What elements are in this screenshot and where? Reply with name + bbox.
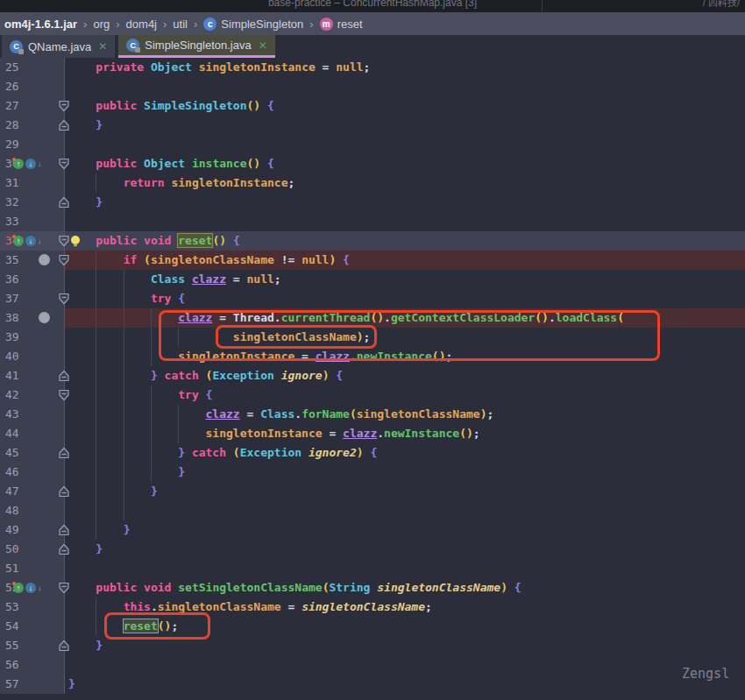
code-text[interactable]: } <box>68 520 130 540</box>
line-number[interactable]: 32 <box>5 193 19 212</box>
fold-icon[interactable] <box>58 196 70 209</box>
line-number[interactable]: 29 <box>5 135 19 154</box>
line-number[interactable]: 57 <box>5 675 19 694</box>
code-text[interactable]: singletonInstance = clazz.newInstance(); <box>68 424 480 443</box>
code-line-30: 30↑↓↓ public Object instance() { <box>0 154 745 173</box>
code-text[interactable]: public void setSingletonClassName(String… <box>68 578 522 597</box>
line-number[interactable]: 37 <box>5 289 19 308</box>
code-text[interactable]: } catch (Exception ignore) { <box>68 366 343 385</box>
line-number[interactable]: 54 <box>5 617 19 636</box>
overridden-icon[interactable]: ↓ <box>25 159 36 169</box>
fold-icon[interactable] <box>58 640 70 652</box>
fold-icon[interactable] <box>58 100 70 112</box>
code-text[interactable]: } <box>68 482 158 501</box>
line-number[interactable]: 46 <box>5 463 19 482</box>
breadcrumb-item-simplesingleton[interactable]: cSimpleSingleton <box>203 18 303 31</box>
code-text[interactable]: this.singletonClassName = singletonClass… <box>68 597 432 617</box>
code-text[interactable]: } <box>68 193 103 212</box>
fold-icon[interactable] <box>58 543 70 555</box>
code-text[interactable]: if (singletonClassName != null) { <box>68 251 350 270</box>
code-text[interactable]: } <box>68 116 103 135</box>
code-text[interactable]: public Object instance() { <box>68 154 274 173</box>
line-number[interactable]: 42 <box>5 385 19 405</box>
code-text[interactable]: } <box>68 463 185 482</box>
fold-icon[interactable] <box>58 254 70 266</box>
code-text[interactable]: try { <box>68 289 185 308</box>
line-number[interactable]: 27 <box>5 96 19 116</box>
line-number[interactable]: 45 <box>5 443 19 463</box>
line-number[interactable]: 31 <box>5 173 19 193</box>
line-number[interactable]: 50 <box>5 540 19 559</box>
line-number[interactable]: 36 <box>5 270 19 289</box>
line-number[interactable]: 49 <box>5 520 19 540</box>
fold-icon[interactable] <box>58 235 70 247</box>
code-line-32: 32 } <box>0 193 745 212</box>
line-number[interactable]: 26 <box>5 77 19 96</box>
breadcrumb-separator: › <box>194 18 197 31</box>
fold-icon[interactable] <box>58 582 70 594</box>
code-text[interactable]: try { <box>68 385 212 405</box>
fold-icon[interactable] <box>58 293 70 305</box>
fold-icon[interactable] <box>58 158 70 170</box>
code-text[interactable]: clazz = Thread.currentThread().getContex… <box>68 308 624 328</box>
line-number[interactable]: 47 <box>5 482 19 501</box>
line-number[interactable]: 55 <box>5 636 19 655</box>
fold-icon[interactable] <box>58 524 70 536</box>
code-text[interactable]: } catch (Exception ignore2) { <box>68 443 377 463</box>
overrides-icon[interactable]: ↑ <box>13 159 24 169</box>
line-number[interactable]: 39 <box>5 328 19 347</box>
fold-icon[interactable] <box>58 389 70 401</box>
tab-simplesingleton-java[interactable]: CSimpleSingleton.java✕ <box>118 35 274 58</box>
code-line-57: 57} <box>0 675 745 694</box>
code-text[interactable]: private Object singletonInstance = null; <box>68 58 370 77</box>
code-text[interactable]: singletonClassName); <box>68 328 370 347</box>
line-number[interactable]: 56 <box>5 655 19 675</box>
close-icon[interactable]: ✕ <box>98 40 107 53</box>
breakpoint-icon[interactable] <box>39 312 50 323</box>
fold-icon[interactable] <box>58 485 70 498</box>
breadcrumb-item-reset[interactable]: mreset <box>320 18 363 31</box>
line-number[interactable]: 25 <box>5 58 19 77</box>
close-icon[interactable]: ✕ <box>259 39 267 52</box>
line-number[interactable]: 48 <box>5 501 19 520</box>
breadcrumb-item-om4j-1-6-1-jar[interactable]: om4j-1.6.1.jar <box>4 18 77 31</box>
fold-icon[interactable] <box>58 370 70 382</box>
code-text[interactable]: Class clazz = null; <box>68 270 281 289</box>
fold-icon[interactable] <box>58 447 70 459</box>
overridden-icon[interactable]: ↓ <box>25 236 36 246</box>
code-text[interactable]: singletonInstance = clazz.newInstance(); <box>68 347 452 366</box>
line-number[interactable]: 43 <box>5 405 19 424</box>
overrides-icon[interactable]: ↑ <box>13 236 24 246</box>
line-number[interactable]: 53 <box>5 597 19 617</box>
code-text[interactable]: clazz = Class.forName(singletonClassName… <box>68 405 493 424</box>
breakpoint-icon[interactable] <box>39 254 50 265</box>
code-line-26: 26 <box>0 77 745 96</box>
overridden-icon[interactable]: ↓ <box>25 583 36 593</box>
fold-icon[interactable] <box>58 119 70 131</box>
gutter-border <box>64 655 65 675</box>
code-line-51: 51 <box>0 559 745 578</box>
breadcrumb-item-dom4j[interactable]: dom4j <box>126 18 157 31</box>
window-title-right: / 四科技/ <box>703 0 740 10</box>
code-text[interactable]: } <box>68 675 75 694</box>
code-line-48: 48 <box>0 501 745 520</box>
code-text[interactable]: } <box>68 636 103 655</box>
code-text[interactable]: public SimpleSingleton() { <box>68 96 274 116</box>
breadcrumb-item-util[interactable]: util <box>173 18 188 31</box>
line-number[interactable]: 28 <box>5 116 19 135</box>
line-number[interactable]: 40 <box>5 347 19 366</box>
line-number[interactable]: 41 <box>5 366 19 385</box>
code-text[interactable]: } <box>68 540 103 559</box>
tab-qname-java[interactable]: CQName.java✕ <box>2 35 115 58</box>
line-number[interactable]: 38 <box>5 308 19 328</box>
line-number[interactable]: 51 <box>5 559 19 578</box>
breadcrumb-item-org[interactable]: org <box>93 18 110 31</box>
code-line-50: 50 } <box>0 540 745 559</box>
line-number[interactable]: 35 <box>5 251 19 270</box>
line-number[interactable]: 33 <box>5 212 19 231</box>
code-text[interactable]: reset(); <box>68 617 178 636</box>
code-text[interactable]: public void reset() { <box>68 231 240 251</box>
overrides-icon[interactable]: ↑ <box>13 583 24 593</box>
line-number[interactable]: 44 <box>5 424 19 443</box>
code-text[interactable]: return singletonInstance; <box>68 173 294 193</box>
